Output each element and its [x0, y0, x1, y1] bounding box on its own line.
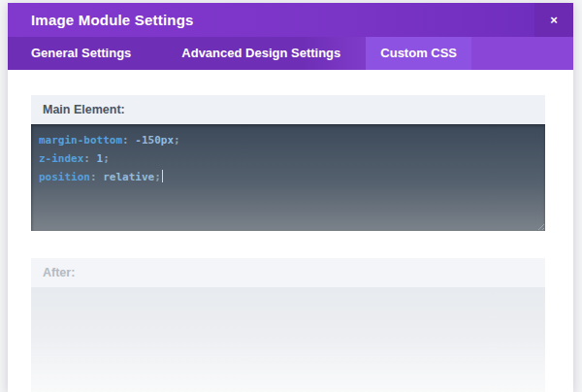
css-code: margin-bottom: -150px;z-index: 1;positio…	[39, 131, 537, 186]
main-element-option: Main Element: margin-bottom: -150px;z-in…	[31, 95, 545, 231]
modal-title: Image Module Settings	[8, 3, 194, 37]
main-element-css-input[interactable]: margin-bottom: -150px;z-index: 1;positio…	[31, 124, 545, 231]
after-option: After:	[31, 258, 545, 392]
after-label: After:	[31, 258, 545, 287]
text-cursor	[162, 170, 163, 182]
resize-handle-icon[interactable]	[535, 221, 544, 230]
page-background: Image Module Settings × General Settings…	[0, 0, 582, 392]
tab-general-settings[interactable]: General Settings	[8, 37, 156, 70]
section-spacer	[31, 231, 545, 258]
close-icon: ×	[550, 13, 558, 27]
modal-header: Image Module Settings ×	[8, 3, 573, 37]
tab-advanced-design-settings[interactable]: Advanced Design Settings	[156, 37, 366, 70]
tab-custom-css[interactable]: Custom CSS	[366, 37, 471, 70]
main-element-label: Main Element:	[31, 95, 545, 124]
close-button[interactable]: ×	[534, 3, 573, 37]
tab-bar: General Settings Advanced Design Setting…	[8, 37, 573, 70]
image-module-settings-modal: Image Module Settings × General Settings…	[8, 3, 573, 392]
after-css-input[interactable]	[31, 287, 545, 392]
modal-content: Main Element: margin-bottom: -150px;z-in…	[8, 70, 573, 392]
